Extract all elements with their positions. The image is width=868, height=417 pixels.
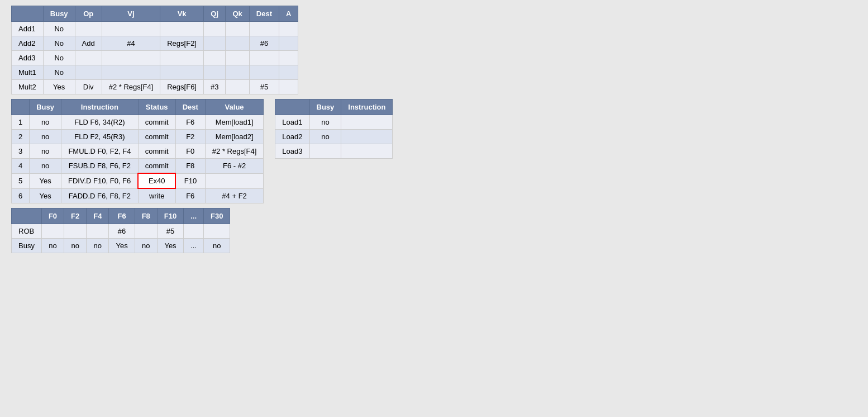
rs-col-header: Qk: [226, 6, 249, 22]
reg-col-header: F2: [64, 209, 87, 224]
table-cell: [226, 36, 249, 51]
table-cell: Mult2: [12, 80, 44, 94]
table-cell: [75, 22, 102, 36]
table-cell: ...: [184, 239, 204, 253]
table-cell: #4 + F2: [205, 188, 264, 203]
table-cell: commit: [138, 159, 175, 174]
lb-col-header: Busy: [309, 99, 341, 115]
table-cell: no: [87, 239, 109, 253]
table-cell: No: [43, 22, 75, 36]
table-cell: 3: [12, 144, 30, 159]
table-cell: FSUB.D F8, F6, F2: [61, 159, 139, 174]
table-cell: FLD F2, 45(R3): [61, 130, 139, 144]
load-buffer-table: BusyInstruction Load1noLoad2noLoad3: [275, 99, 393, 159]
table-cell: [279, 51, 298, 65]
table-cell: 1: [12, 115, 30, 130]
table-cell: Mult1: [12, 65, 44, 80]
table-cell: no: [41, 239, 64, 253]
table-row: Mult1No: [12, 65, 298, 80]
table-row: Load3: [275, 144, 393, 159]
table-cell: [279, 80, 298, 94]
table-cell: [203, 65, 225, 80]
table-cell: [75, 65, 102, 80]
rs-col-header: Qj: [203, 6, 225, 22]
table-row: 6YesFADD.D F6, F8, F2writeF6#4 + F2: [12, 188, 264, 203]
table-cell: Add2: [12, 36, 44, 51]
table-cell: #5: [249, 80, 279, 94]
reg-col-header: ...: [184, 209, 204, 224]
table-cell: [226, 80, 249, 94]
table-cell: [160, 65, 204, 80]
table-cell: no: [135, 239, 157, 253]
table-cell: [249, 22, 279, 36]
table-cell: [203, 22, 225, 36]
table-cell: FLD F6, 34(R2): [61, 115, 139, 130]
rob-col-header: Busy: [30, 99, 61, 115]
table-cell: #6: [109, 224, 135, 239]
reg-col-header: F6: [109, 209, 135, 224]
table-cell: #2 * Regs[F4]: [205, 144, 264, 159]
table-cell: [226, 65, 249, 80]
table-row: Add1No: [12, 22, 298, 36]
table-cell: 5: [12, 173, 30, 188]
table-cell: no: [204, 239, 230, 253]
middle-row: BusyInstructionStatusDestValue 1noFLD F6…: [11, 99, 857, 203]
table-cell: Yes: [157, 239, 183, 253]
table-cell: #2 * Regs[F4]: [102, 80, 160, 94]
table-cell: #4: [102, 36, 160, 51]
table-cell: [135, 224, 157, 239]
reorder-buffer-section: BusyInstructionStatusDestValue 1noFLD F6…: [11, 99, 264, 203]
rs-col-header: Busy: [43, 6, 75, 22]
table-cell: no: [309, 130, 341, 144]
table-cell: [41, 224, 64, 239]
table-row: 3noFMUL.D F0, F2, F4commitF0#2 * Regs[F4…: [12, 144, 264, 159]
rob-col-header: Dest: [175, 99, 205, 115]
table-cell: [203, 36, 225, 51]
table-cell: 4: [12, 159, 30, 174]
rs-col-header: Vj: [102, 6, 160, 22]
table-cell: [75, 51, 102, 65]
table-cell: Mem[load2]: [205, 130, 264, 144]
table-cell: [204, 224, 230, 239]
table-cell: [87, 224, 109, 239]
table-cell: [102, 51, 160, 65]
table-cell: [184, 224, 204, 239]
table-cell: F2: [175, 130, 205, 144]
reservation-stations-table: BusyOpVjVkQjQkDestA Add1NoAdd2NoAdd#4Reg…: [11, 6, 298, 94]
register-status-section: F0F2F4F6F8F10...F30 ROB#6#5BusynononoYes…: [11, 208, 230, 253]
table-row: ROB#6#5: [12, 224, 230, 239]
rs-col-header: Vk: [160, 6, 204, 22]
table-cell: F8: [175, 159, 205, 174]
table-row: 5YesFDIV.D F10, F0, F6Ex40F10: [12, 173, 264, 188]
table-cell: [341, 130, 393, 144]
table-row: 4noFSUB.D F8, F6, F2commitF8F6 - #2: [12, 159, 264, 174]
table-cell: No: [43, 65, 75, 80]
table-cell: Regs[F6]: [160, 80, 204, 94]
table-cell: commit: [138, 130, 175, 144]
table-cell: commit: [138, 144, 175, 159]
table-cell: [279, 65, 298, 80]
table-cell: commit: [138, 115, 175, 130]
lb-col-header: [275, 99, 309, 115]
table-cell: Yes: [43, 80, 75, 94]
reg-col-header: F10: [157, 209, 183, 224]
table-cell: Regs[F2]: [160, 36, 204, 51]
table-cell: Yes: [30, 173, 61, 188]
table-cell: F0: [175, 144, 205, 159]
table-cell: [341, 144, 393, 159]
table-cell: [160, 51, 204, 65]
reg-col-header: F30: [204, 209, 230, 224]
highlighted-status-cell: Ex40: [138, 173, 175, 188]
reorder-buffer-label: [275, 170, 393, 179]
table-row: Mult2YesDiv#2 * Regs[F4]Regs[F6]#3#5: [12, 80, 298, 94]
table-cell: #3: [203, 80, 225, 94]
table-cell: FADD.D F6, F8, F2: [61, 188, 139, 203]
rs-col-header: Dest: [249, 6, 279, 22]
table-row: Add2NoAdd#4Regs[F2]#6: [12, 36, 298, 51]
table-cell: No: [43, 36, 75, 51]
table-cell: F6: [175, 115, 205, 130]
table-cell: F6 - #2: [205, 159, 264, 174]
rob-col-header: Status: [138, 99, 175, 115]
table-cell: Mem[load1]: [205, 115, 264, 130]
table-cell: #5: [157, 224, 183, 239]
